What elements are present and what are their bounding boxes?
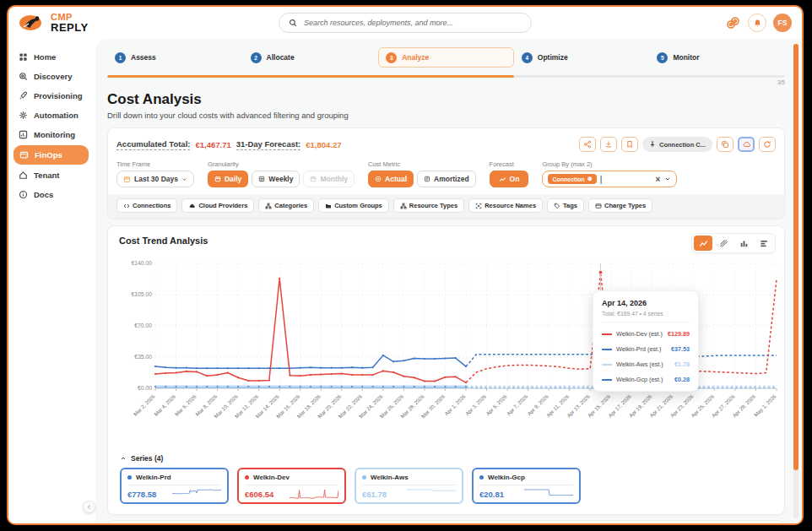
rocket-icon xyxy=(19,91,28,100)
pinned-view-chip[interactable]: Connection C... xyxy=(642,137,712,152)
multi-line-chart-icon xyxy=(719,239,728,248)
trend-icon xyxy=(499,176,506,183)
credits-icon[interactable] xyxy=(725,16,741,30)
sidebar-item-finops[interactable]: FinOps xyxy=(14,145,89,165)
svg-text:€35.00: €35.00 xyxy=(134,354,152,360)
series-card-welkin-dev[interactable]: Welkin-Dev €606.54 xyxy=(237,468,346,504)
search-input[interactable]: Search resources, deployments, and more.… xyxy=(279,13,532,33)
tab-resource-names[interactable]: Resource Names xyxy=(468,198,543,213)
series-card-welkin-aws[interactable]: Welkin-Aws €61.78 xyxy=(355,468,463,504)
chevron-down-icon xyxy=(181,176,187,182)
step-assess[interactable]: 1 Assess xyxy=(107,47,243,68)
user-avatar[interactable]: FS xyxy=(773,14,792,32)
svg-text:€70.00: €70.00 xyxy=(134,322,152,328)
workflow-stepper: 1 Assess 2 Allocate 3 Analyze 4 Optimize… xyxy=(107,47,785,68)
series-sparkline xyxy=(290,488,338,500)
sidebar-item-docs[interactable]: Docs xyxy=(8,185,95,204)
download-button[interactable] xyxy=(600,137,617,152)
sidebar-item-automation[interactable]: Automation xyxy=(8,106,95,125)
granularity-weekly-button[interactable]: Weekly xyxy=(252,171,300,187)
vertical-scrollbar[interactable] xyxy=(793,44,798,518)
bookmark-button[interactable] xyxy=(621,137,638,152)
notifications-button[interactable] xyxy=(748,14,766,32)
multi-line-chart-button[interactable] xyxy=(714,236,733,251)
share-button[interactable] xyxy=(579,137,596,152)
chart-icon xyxy=(19,130,28,139)
sidebar-item-tenant[interactable]: Tenant xyxy=(8,165,95,185)
sidebar-item-provisioning[interactable]: Provisioning xyxy=(8,86,95,106)
app-window: CMP REPLY Search resources, deployments,… xyxy=(7,5,804,525)
tab-cloud-providers[interactable]: Cloud Providers xyxy=(181,198,254,213)
chevron-left-icon xyxy=(86,504,92,510)
sidebar-label: Tenant xyxy=(34,171,59,180)
sidebar-item-monitoring[interactable]: Monitoring xyxy=(8,125,95,144)
series-total: €778.58 xyxy=(127,490,156,499)
tab-tags[interactable]: Tags xyxy=(547,198,584,213)
sidebar-item-home[interactable]: Home xyxy=(8,47,95,67)
line-chart-button[interactable] xyxy=(694,236,712,251)
tab-custom-groups[interactable]: Custom Groups xyxy=(318,198,389,213)
series-total: €606.54 xyxy=(245,490,273,499)
tab-connections[interactable]: Connections xyxy=(116,198,177,213)
stepper-progress-label: 3/5 xyxy=(107,79,785,85)
group-by-input[interactable]: Connection ⊗ | × xyxy=(542,171,677,187)
svg-text:Apr 1, 2026: Apr 1, 2026 xyxy=(443,393,467,416)
chip-remove-icon[interactable]: ⊗ xyxy=(587,176,593,182)
top-bar: CMP REPLY Search resources, deployments,… xyxy=(8,7,802,39)
coin-icon xyxy=(375,176,382,182)
logo-runner-icon xyxy=(19,13,47,33)
forecast-total-label: 31-Day Forecast: xyxy=(236,139,301,150)
step-analyze[interactable]: 3 Analyze xyxy=(378,47,514,68)
cost-metric-amortized-button[interactable]: Amortized xyxy=(417,171,476,187)
bar-chart-button[interactable] xyxy=(734,236,753,251)
cloud-view-button[interactable] xyxy=(738,137,755,152)
sitemap-icon xyxy=(400,203,407,209)
svg-text:Apr 7, 2026: Apr 7, 2026 xyxy=(506,393,529,416)
series-card-welkin-gcp[interactable]: Welkin-Gcp €20.81 xyxy=(472,468,581,504)
horizontal-bar-chart-button[interactable] xyxy=(755,236,773,251)
group-by-chip[interactable]: Connection ⊗ xyxy=(548,174,596,184)
sidebar-collapse-button[interactable] xyxy=(83,501,95,513)
text-cursor: | xyxy=(600,175,603,184)
tab-categories[interactable]: Categories xyxy=(258,198,314,213)
tab-resource-types[interactable]: Resource Types xyxy=(393,198,464,213)
time-frame-value: Last 30 Days xyxy=(134,175,178,183)
chevron-up-icon xyxy=(120,455,127,462)
app-logo[interactable]: CMP REPLY xyxy=(19,13,89,33)
grid-icon xyxy=(19,52,28,62)
step-allocate[interactable]: 2 Allocate xyxy=(243,47,379,68)
svg-text:€105.00: €105.00 xyxy=(131,291,152,297)
refresh-button[interactable] xyxy=(759,137,776,152)
tooltip-row: Welkin-Aws (est.) €1.78 xyxy=(602,360,690,368)
accumulated-total-label: Accumulated Total: xyxy=(116,139,190,150)
pinned-view-label: Connection C... xyxy=(659,141,706,149)
calendar-icon xyxy=(214,176,221,182)
step-optimize[interactable]: 4 Optimize xyxy=(514,47,650,68)
sitemap-icon xyxy=(265,203,272,209)
tab-charge-types[interactable]: Charge Types xyxy=(588,198,652,213)
page-title: Cost Analysis xyxy=(107,91,785,108)
chevron-down-icon[interactable] xyxy=(664,176,671,182)
step-monitor[interactable]: 5 Monitor xyxy=(649,47,785,68)
sidebar-label: Home xyxy=(34,52,56,62)
cost-metric-actual-button[interactable]: Actual xyxy=(368,171,414,187)
code-icon xyxy=(123,203,130,209)
series-panel-header[interactable]: Series (4) xyxy=(120,454,776,463)
sidebar-item-discovery[interactable]: Discovery xyxy=(8,67,95,86)
granularity-daily-button[interactable]: Daily xyxy=(208,171,248,187)
cloud-icon xyxy=(742,140,751,149)
forecast-toggle[interactable]: On xyxy=(490,171,529,187)
info-icon xyxy=(19,190,28,199)
series-color-dot xyxy=(362,475,366,480)
clear-icon[interactable]: × xyxy=(656,175,661,184)
sidebar-label: Docs xyxy=(34,190,53,199)
scrollbar-thumb[interactable] xyxy=(793,44,798,470)
series-card-welkin-prd[interactable]: Welkin-Prd €778.58 xyxy=(120,468,229,504)
granularity-monthly-button[interactable]: Monthly xyxy=(303,171,355,187)
series-count-label: Series (4) xyxy=(131,454,163,463)
copy-button[interactable] xyxy=(717,137,734,152)
time-frame-select[interactable]: Last 30 Days xyxy=(116,171,194,187)
series-sparkline xyxy=(407,488,456,500)
series-color-dot xyxy=(127,475,132,480)
series-dash-sample xyxy=(602,333,612,335)
